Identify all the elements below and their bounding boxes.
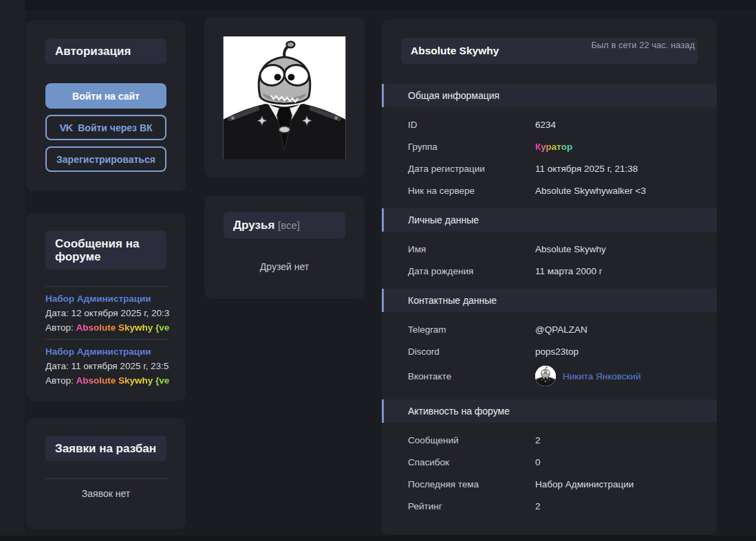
row-thanks-count: Спасибок 0 [382,451,717,473]
row-last-topic: Последняя тема Набор Администрации [382,473,717,495]
row-label: Рейтинг [408,501,535,511]
auth-panel-title: Авторизация [45,38,166,64]
author-username-link[interactable]: Absolute Skywhy {veri… [76,322,169,333]
list-item: Набор Администрации Дата: 12 октября 202… [45,286,169,339]
row-server-nick: Ник на сервере Absolute Skywhywalker <3 [382,179,717,201]
friends-title-row: Друзья [все] [224,212,345,239]
message-topic-link[interactable]: Набор Администрации [45,291,169,306]
last-topic-link[interactable]: Набор Администрации [535,479,634,489]
friends-empty-text: Друзей нет [204,261,365,272]
forum-messages-list: Набор Администрации Дата: 12 октября 202… [45,286,169,392]
page-left-margin [0,0,25,541]
unban-empty-text: Заявок нет [26,488,186,499]
vk-profile-link[interactable]: Никита Янковский [563,371,641,382]
auth-panel: Авторизация Войти на сайт VK Войти через… [26,21,186,191]
login-button-label: Войти на сайт [72,91,140,102]
unban-requests-title: Заявки на разбан [45,436,166,461]
row-value: 6234 [535,120,556,130]
register-button[interactable]: Зарегистрироваться [45,146,166,172]
group-badge: Куратор [535,142,572,152]
personal-rows: Имя Absolute Skywhy Дата рождения 11 мар… [382,232,717,282]
register-button-label: Зарегистрироваться [56,154,155,165]
message-author-line: Автор: Absolute Skywhy {veri… [45,373,169,388]
row-id: ID 6234 [382,113,717,135]
discord-link[interactable]: pops23top [535,346,579,357]
row-value: 2 [535,501,541,511]
row-label: Имя [408,244,535,254]
last-seen-status: Был в сети 22 час. назад [591,40,695,50]
row-name: Имя Absolute Skywhy [382,238,717,260]
friends-all-link[interactable]: [все] [278,219,300,231]
forum-messages-panel: Сообщения на форуме Набор Администрации … [26,213,186,401]
row-value: Absolute Skywhywalker <3 [535,186,646,196]
author-username-link[interactable]: Absolute Skywhy {veri… [76,375,169,386]
section-header-contacts: Контактные данные [382,289,717,312]
section-header-personal: Личные данные [382,208,717,232]
vk-login-button[interactable]: VK Войти через ВК [45,115,166,140]
page-footer-strip [0,536,756,541]
row-label: Telegram [408,324,535,335]
row-label: Discord [408,346,535,357]
row-label: Группа [408,142,535,152]
vk-login-button-label: Войти через ВК [78,122,152,133]
row-value: Absolute Skywhy [535,244,606,254]
unban-requests-panel: Заявки на разбан Заявок нет [26,418,186,529]
row-value: 0 [535,457,541,467]
profile-name-box: Absolute Skywhy Был в сети 22 час. назад [401,38,698,64]
author-label: Автор: [45,375,76,386]
profile-avatar-image [223,36,346,159]
message-topic-link[interactable]: Набор Администрации [45,344,169,359]
contacts-rows: Telegram @QPALZAN Discord pops23top Вкон… [382,312,717,390]
row-label: Сообщений [408,435,535,445]
avatar-panel [204,17,365,177]
vk-icon: VK [59,122,72,133]
row-value: 11 октября 2025 г, 21:38 [535,164,638,174]
row-value: 2 [535,435,541,445]
row-birth-date: Дата рождения 11 марта 2000 г [382,260,717,282]
login-button[interactable]: Войти на сайт [45,83,166,109]
forum-messages-title: Сообщения на форуме [45,231,166,269]
row-registration-date: Дата регистрации 11 октября 2025 г, 21:3… [382,157,717,179]
profile-username: Absolute Skywhy [411,45,499,57]
row-label: Ник на сервере [408,186,535,196]
list-item: Набор Администрации Дата: 11 октября 202… [45,339,169,392]
friends-title: Друзья [233,219,274,232]
author-label: Автор: [45,322,76,333]
divider [45,478,169,479]
row-telegram: Telegram @QPALZAN [382,318,717,340]
message-date: Дата: 12 октября 2025 г, 20:35 [45,306,169,320]
section-header-general: Общая информация [382,84,717,107]
vk-contact-avatar[interactable] [535,366,556,386]
page-top-strip [25,0,756,10]
telegram-link[interactable]: @QPALZAN [535,324,587,335]
message-author-line: Автор: Absolute Skywhy {veri… [45,320,169,335]
message-date: Дата: 11 октября 2025 г, 23:53 [45,359,169,373]
row-rating: Рейтинг 2 [382,495,717,517]
row-label: Спасибок [408,457,535,467]
row-label: Вконтакте [408,371,535,382]
friends-panel: Друзья [все] Друзей нет [204,196,365,299]
profile-panel: Absolute Skywhy Был в сети 22 час. назад… [382,19,717,535]
general-rows: ID 6234 Группа Куратор Дата регистрации … [382,107,717,201]
activity-rows: Сообщений 2 Спасибок 0 Последняя тема На… [382,423,717,517]
row-value: 11 марта 2000 г [535,266,603,276]
section-header-activity: Активность на форуме [382,399,717,423]
row-discord: Discord pops23top [382,340,717,362]
row-messages-count: Сообщений 2 [382,429,717,451]
vk-contact: Никита Янковский [535,366,641,386]
row-group: Группа Куратор [382,135,717,157]
row-vkontakte: Вконтакте Никита Янковский [382,362,717,390]
row-label: Дата рождения [408,266,535,276]
auth-buttons: Войти на сайт VK Войти через ВК Зарегист… [45,83,166,172]
row-label: ID [408,120,535,130]
row-label: Дата регистрации [408,164,535,174]
row-label: Последняя тема [408,479,535,489]
